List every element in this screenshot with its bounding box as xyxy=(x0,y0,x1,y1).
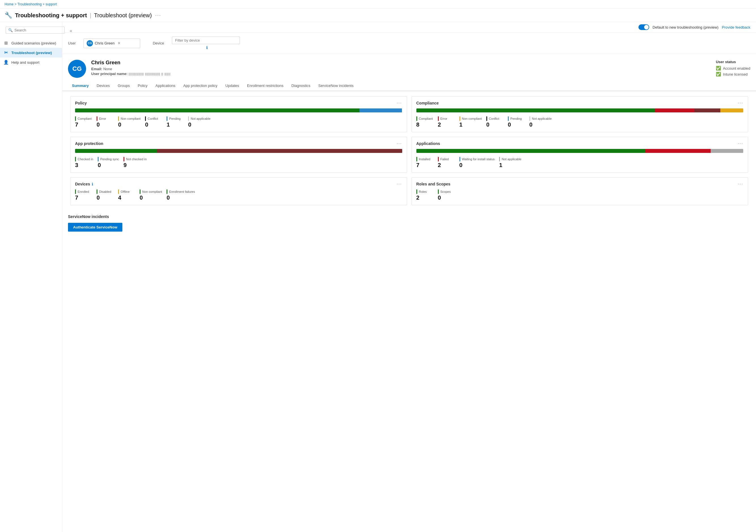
card-devices-title: Devices xyxy=(75,182,90,186)
stat-applications-failed: Failed 2 xyxy=(438,157,455,169)
card-compliance-menu[interactable]: ··· xyxy=(738,100,743,106)
device-info-icon[interactable]: ℹ xyxy=(174,45,240,50)
status-check-icon: ✅ xyxy=(716,66,721,71)
tab-diagnostics[interactable]: Diagnostics xyxy=(287,81,314,91)
breadcrumb-current: Troubleshooting + support xyxy=(17,2,57,6)
card-roles-scopes-header: Roles and Scopes ··· xyxy=(417,181,743,187)
preview-toggle[interactable] xyxy=(638,24,649,30)
tab-summary[interactable]: Summary xyxy=(68,81,93,91)
guided-scenarios-icon: ⊞ xyxy=(3,40,9,45)
card-applications-title: Applications xyxy=(417,141,440,146)
compliance-bar-chart xyxy=(417,108,743,112)
stat-compliance-conflict: Conflict 0 xyxy=(486,116,503,128)
sidebar-item-help-support[interactable]: 👤 Help and support xyxy=(0,58,62,67)
card-devices: Devices ℹ ··· Enrolled 7 Disabled 0 xyxy=(70,177,407,205)
tab-servicenow-incidents[interactable]: ServiceNow incidents xyxy=(314,81,358,91)
roles-scopes-stats: Roles 2 Scopes 0 xyxy=(417,189,743,201)
breadcrumb: Home > Troubleshooting + support xyxy=(0,0,756,9)
device-label: Device xyxy=(153,41,164,45)
main-content: Default to new troubleshooting (preview)… xyxy=(62,22,756,532)
tab-updates[interactable]: Updates xyxy=(222,81,243,91)
stat-policy-notapplicable: Not applicable 0 xyxy=(188,116,210,128)
applications-bar-notapplicable xyxy=(711,149,743,153)
card-policy: Policy ··· Compliant 7 Error xyxy=(70,96,407,132)
help-support-icon: 👤 xyxy=(3,60,9,65)
profile-upn: User principal name: ||||||||||||||| |||… xyxy=(91,72,711,76)
stat-compliance-compliant: Compliant 8 xyxy=(417,116,433,128)
card-devices-header: Devices ℹ ··· xyxy=(75,181,402,187)
stat-policy-pending: Pending 1 xyxy=(167,116,183,128)
main-layout: 🔍 « ⊞ Guided scenarios (preview) ✂ Troub… xyxy=(0,22,756,532)
sidebar-item-troubleshoot[interactable]: ✂ Troubleshoot (preview) xyxy=(0,48,62,58)
device-filter-box[interactable] xyxy=(172,37,240,44)
card-applications: Applications ··· Installed 7 xyxy=(412,137,748,173)
stat-applications-notapplicable: Not applicable 1 xyxy=(499,157,522,169)
sidebar-item-label: Troubleshoot (preview) xyxy=(11,51,52,55)
card-roles-scopes-menu[interactable]: ··· xyxy=(738,181,743,187)
tab-devices[interactable]: Devices xyxy=(93,81,114,91)
tabs-bar: Summary Devices Groups Policy Applicatio… xyxy=(62,81,756,91)
breadcrumb-home[interactable]: Home xyxy=(5,2,14,6)
card-compliance: Compliance ··· Compliant 8 xyxy=(412,96,748,132)
avatar: CG xyxy=(68,60,86,78)
stat-devices-enrolled: Enrolled 7 xyxy=(75,189,92,201)
stat-applications-waiting: Waiting for install status 0 xyxy=(459,157,495,169)
card-app-protection: App protection ··· Checked in 3 Pendi xyxy=(70,137,407,173)
card-app-protection-header: App protection ··· xyxy=(75,141,402,146)
device-filter-input[interactable] xyxy=(175,38,237,42)
tab-applications[interactable]: Applications xyxy=(151,81,179,91)
applications-stats: Installed 7 Failed 2 Waiting for install… xyxy=(417,157,743,169)
tab-app-protection[interactable]: App protection policy xyxy=(179,81,222,91)
card-policy-menu[interactable]: ··· xyxy=(396,100,402,106)
app-protection-bar-chart xyxy=(75,149,402,153)
stat-app-protection-notcheckedin: Not checked in 9 xyxy=(123,157,147,169)
toggle-thumb xyxy=(644,25,649,29)
toggle-label: Default to new troubleshooting (preview) xyxy=(653,25,718,29)
compliance-bar-other xyxy=(720,108,743,112)
page-header-menu[interactable]: ··· xyxy=(155,13,161,18)
card-policy-header: Policy ··· xyxy=(75,100,402,106)
stat-policy-noncompliant: Non compliant 0 xyxy=(118,116,141,128)
stat-compliance-pending: Pending 0 xyxy=(508,116,525,128)
stat-devices-enrollmentfailures: Enrollment failures 0 xyxy=(167,189,195,201)
user-label: User xyxy=(68,41,76,45)
search-icon: 🔍 xyxy=(8,28,13,32)
servicenow-title: ServiceNow incidents xyxy=(68,214,750,219)
app-protection-bar-notcheckedin xyxy=(157,149,402,153)
stat-policy-compliant: Compliant 7 xyxy=(75,116,92,128)
policy-bar-compliant xyxy=(75,108,360,112)
stat-applications-installed: Installed 7 xyxy=(417,157,433,169)
sidebar: 🔍 « ⊞ Guided scenarios (preview) ✂ Troub… xyxy=(0,22,62,532)
compliance-stats: Compliant 8 Error 2 Non compliant 1 Co xyxy=(417,116,743,128)
compliance-bar-compliant xyxy=(417,108,655,112)
stat-devices-offline: Offline 4 xyxy=(118,189,135,201)
profile-info: Chris Green Email: None User principal n… xyxy=(91,60,711,76)
search-input[interactable] xyxy=(14,28,62,32)
search-box[interactable]: 🔍 xyxy=(6,27,65,34)
devices-info-icon[interactable]: ℹ xyxy=(92,182,93,186)
tab-policy[interactable]: Policy xyxy=(134,81,151,91)
stat-policy-error: Error 0 xyxy=(96,116,114,128)
tab-groups[interactable]: Groups xyxy=(114,81,134,91)
provide-feedback-link[interactable]: Provide feedback xyxy=(722,25,750,29)
user-name-text: Chris Green xyxy=(94,41,115,45)
page-title-main: Troubleshooting + support xyxy=(15,12,87,19)
card-applications-menu[interactable]: ··· xyxy=(738,141,743,146)
card-devices-menu[interactable]: ··· xyxy=(396,181,402,187)
stat-compliance-error: Error 2 xyxy=(438,116,455,128)
stat-compliance-noncompliant: Non compliant 1 xyxy=(459,116,482,128)
tab-enrollment-restrictions[interactable]: Enrollment restrictions xyxy=(243,81,287,91)
toggle-track xyxy=(638,24,649,30)
top-bar: Default to new troubleshooting (preview)… xyxy=(62,22,756,33)
authenticate-servicenow-button[interactable]: Authenticate ServiceNow xyxy=(68,223,122,232)
sidebar-item-guided-scenarios[interactable]: ⊞ Guided scenarios (preview) xyxy=(0,38,62,48)
user-clear-button[interactable]: ✕ xyxy=(118,41,121,45)
stat-devices-noncompliant: Non compliant 0 xyxy=(140,189,162,201)
stat-app-protection-pendingsync: Pending sync 0 xyxy=(98,157,119,169)
profile-section: CG Chris Green Email: None User principa… xyxy=(62,54,756,81)
app-protection-bar-checkedin xyxy=(75,149,157,153)
card-app-protection-menu[interactable]: ··· xyxy=(396,141,402,146)
user-input-box[interactable]: CG Chris Green ✕ xyxy=(84,39,140,48)
user-status: User status ✅ Account enabled ✅ Intune l… xyxy=(716,60,750,78)
card-policy-title: Policy xyxy=(75,101,87,105)
